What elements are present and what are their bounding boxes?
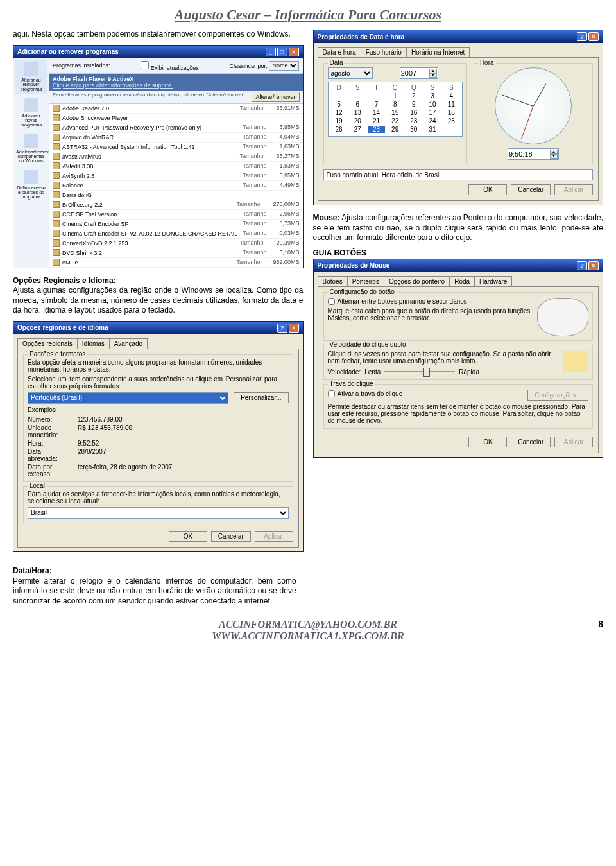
folder-icon[interactable]: [563, 351, 588, 372]
spin-down-icon[interactable]: ▼: [429, 73, 437, 78]
maximize-icon[interactable]: □: [277, 48, 287, 56]
location-select[interactable]: Brasil: [28, 507, 289, 519]
close-icon[interactable]: ×: [289, 48, 299, 56]
tab-advanced[interactable]: Avançado: [109, 338, 148, 349]
day-cell[interactable]: 5: [330, 101, 348, 108]
change-remove-button[interactable]: Alterar/remover: [252, 92, 299, 102]
day-cell[interactable]: 2: [405, 92, 422, 100]
locale-select[interactable]: Português (Brasil): [28, 392, 228, 404]
day-cell[interactable]: 1: [386, 92, 404, 100]
day-cell[interactable]: 4: [443, 92, 460, 100]
table-row[interactable]: CCE SP Trial VersionTamanho2,96MB: [49, 210, 303, 220]
help-icon[interactable]: ?: [577, 261, 587, 270]
day-cell[interactable]: 26: [330, 126, 348, 133]
ok-button[interactable]: OK: [468, 437, 507, 447]
tab-pointer-opts[interactable]: Opções do ponteiro: [384, 276, 450, 286]
day-cell[interactable]: 16: [405, 109, 422, 116]
day-cell[interactable]: 14: [368, 109, 385, 116]
sidebar-item-add[interactable]: Adicionar novos programas: [15, 96, 47, 130]
day-cell[interactable]: 21: [368, 117, 385, 125]
day-cell[interactable]: 13: [349, 109, 366, 116]
day-cell[interactable]: 24: [424, 117, 441, 125]
day-cell[interactable]: 7: [368, 101, 385, 108]
day-cell[interactable]: 15: [386, 109, 404, 116]
day-cell[interactable]: 25: [443, 117, 460, 125]
tab-pointers[interactable]: Ponteiros: [347, 276, 384, 286]
day-cell[interactable]: 3: [424, 92, 441, 100]
ok-button[interactable]: OK: [468, 184, 507, 195]
day-cell[interactable]: 20: [349, 117, 366, 125]
help-icon[interactable]: ?: [577, 32, 587, 41]
table-row[interactable]: AviSynth 2.5Tamanho3,95MB: [49, 171, 303, 181]
day-cell[interactable]: 22: [386, 117, 404, 125]
help-icon[interactable]: ?: [277, 324, 287, 333]
table-row[interactable]: DVD Shrink 3.2Tamanho3,10MB: [49, 248, 303, 258]
close-icon[interactable]: ×: [588, 261, 599, 270]
spin-up-icon[interactable]: ▲: [429, 69, 437, 73]
close-icon[interactable]: ×: [588, 32, 599, 41]
cancel-button[interactable]: Cancelar: [511, 437, 551, 447]
tab-timezone[interactable]: Fuso horário: [361, 47, 407, 57]
show-updates-checkbox[interactable]: Exibir atualizações: [141, 60, 199, 71]
day-cell[interactable]: 12: [330, 109, 348, 116]
customize-button[interactable]: Personalizar...: [234, 392, 288, 403]
tab-datetime[interactable]: Data e hora: [318, 47, 361, 57]
clicklock-checkbox[interactable]: Ativar a trava do clique: [328, 390, 403, 397]
day-cell[interactable]: 23: [405, 117, 422, 125]
table-row[interactable]: eMuleTamanho959,00MB: [49, 258, 303, 268]
day-cell[interactable]: 28: [368, 126, 385, 133]
support-link[interactable]: Clique aqui para obter informações de su…: [53, 82, 173, 89]
tab-hardware[interactable]: Hardware: [474, 276, 512, 286]
sidebar-item-change[interactable]: Alterar ou remover programas: [15, 60, 47, 94]
selected-program[interactable]: Adobe Flash Player 9 ActiveX Clique aqui…: [49, 74, 303, 91]
cancel-button[interactable]: Cancelar: [511, 184, 551, 195]
apply-button[interactable]: Aplicar: [554, 437, 593, 447]
day-cell[interactable]: 29: [386, 126, 404, 133]
table-row[interactable]: Barra do iG: [49, 191, 303, 200]
apply-button[interactable]: Aplicar: [255, 531, 293, 542]
cancel-button[interactable]: Cancelar: [211, 531, 251, 542]
spin-down-icon[interactable]: ▼: [550, 154, 558, 159]
close-icon[interactable]: ×: [289, 324, 299, 333]
time-input[interactable]: 9:50:18: [509, 150, 533, 158]
table-row[interactable]: Adobe Shockwave Player: [49, 114, 303, 123]
program-list[interactable]: Adobe Reader 7.0Tamanho36,91MBAdobe Shoc…: [49, 104, 303, 268]
apply-button[interactable]: Aplicar: [554, 184, 593, 195]
day-cell[interactable]: 17: [424, 109, 441, 116]
tab-languages[interactable]: Idiomas: [77, 338, 110, 349]
table-row[interactable]: BrOffice.org 2.2Tamanho270,00MB: [49, 200, 303, 210]
calendar-grid[interactable]: DSTQQSS123456789101112131415161718192021…: [328, 82, 463, 137]
table-row[interactable]: Advanced PDF Password Recovery Pro (remo…: [49, 123, 303, 133]
day-cell[interactable]: 8: [386, 101, 404, 108]
table-row[interactable]: Cinema Craft Encoder SPTamanho6,73MB: [49, 220, 303, 229]
spin-up-icon[interactable]: ▲: [550, 150, 558, 154]
day-cell[interactable]: 9: [405, 101, 422, 108]
day-cell[interactable]: 10: [424, 101, 441, 108]
table-row[interactable]: BalanceTamanho4,49MB: [49, 181, 303, 191]
tab-buttons[interactable]: Botões: [318, 276, 348, 286]
table-row[interactable]: Adobe Reader 7.0Tamanho36,91MB: [49, 104, 303, 114]
month-select[interactable]: agosto: [328, 67, 373, 79]
ok-button[interactable]: OK: [169, 531, 207, 542]
table-row[interactable]: ConvertXtoDvD 2.2.1.253Tamanho20,39MB: [49, 239, 303, 248]
sort-select[interactable]: Nome: [269, 61, 299, 71]
year-input[interactable]: 2007: [401, 69, 416, 77]
day-cell[interactable]: 6: [349, 101, 366, 108]
sidebar-item-access[interactable]: Definir acesso e padrões do programa: [15, 168, 47, 202]
tab-wheel[interactable]: Roda: [449, 276, 475, 286]
day-cell[interactable]: 18: [443, 109, 460, 116]
table-row[interactable]: Cinema Craft Encoder SP v2.70.02.12 DONG…: [49, 229, 303, 239]
table-row[interactable]: Arquivo do WinRARTamanho4,04MB: [49, 133, 303, 143]
sidebar-item-components[interactable]: Adicionar/remover componentes do Windows: [15, 132, 47, 166]
day-cell[interactable]: 19: [330, 117, 348, 125]
day-cell[interactable]: 30: [405, 126, 422, 133]
table-row[interactable]: AVIedit 3.38Tamanho1,83MB: [49, 162, 303, 171]
table-row[interactable]: avast! AntivirusTamanho35,27MB: [49, 152, 303, 162]
swap-buttons-checkbox[interactable]: Alternar entre botões primários e secund…: [328, 298, 534, 305]
day-cell[interactable]: 31: [424, 126, 441, 133]
day-cell[interactable]: 27: [349, 126, 366, 133]
tab-regional[interactable]: Opções regionais: [17, 338, 78, 349]
speed-slider[interactable]: [384, 371, 455, 372]
settings-button[interactable]: Configurações...: [527, 390, 588, 401]
day-cell[interactable]: 11: [443, 101, 460, 108]
